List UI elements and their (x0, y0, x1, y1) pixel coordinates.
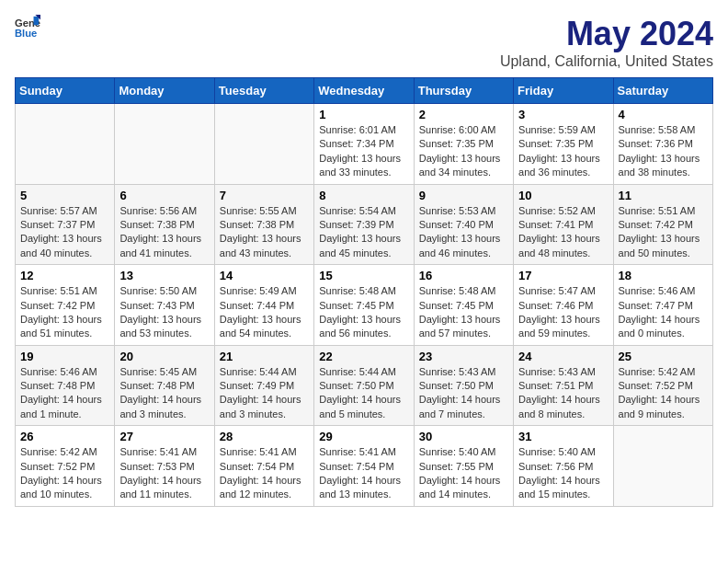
day-number: 15 (319, 269, 408, 282)
day-info: Sunrise: 5:44 AMSunset: 7:49 PMDaylight:… (220, 365, 309, 422)
day-info: Sunrise: 5:57 AMSunset: 7:37 PMDaylight:… (20, 204, 109, 261)
day-info: Sunrise: 5:46 AMSunset: 7:48 PMDaylight:… (20, 365, 109, 422)
calendar-week-row: 1Sunrise: 6:01 AMSunset: 7:34 PMDaylight… (16, 104, 713, 185)
day-info: Sunrise: 5:50 AMSunset: 7:43 PMDaylight:… (119, 284, 209, 341)
day-info: Sunrise: 5:53 AMSunset: 7:40 PMDaylight:… (419, 204, 508, 261)
day-number: 5 (20, 189, 109, 202)
day-info: Sunrise: 5:54 AMSunset: 7:39 PMDaylight:… (319, 204, 408, 261)
day-number: 9 (419, 189, 508, 202)
day-number: 1 (319, 108, 408, 121)
calendar-cell: 14Sunrise: 5:49 AMSunset: 7:44 PMDayligh… (214, 265, 313, 346)
calendar-cell: 18Sunrise: 5:46 AMSunset: 7:47 PMDayligh… (613, 265, 712, 346)
svg-text:Blue: Blue (15, 28, 37, 39)
logo: General Blue (15, 15, 40, 40)
page-header: General Blue May 2024 Upland, California… (15, 15, 713, 70)
day-info: Sunrise: 5:52 AMSunset: 7:41 PMDaylight:… (518, 204, 608, 261)
day-number: 11 (619, 189, 708, 202)
day-info: Sunrise: 5:42 AMSunset: 7:52 PMDaylight:… (619, 365, 708, 422)
calendar-table: SundayMondayTuesdayWednesdayThursdayFrid… (15, 77, 713, 507)
day-info: Sunrise: 5:48 AMSunset: 7:45 PMDaylight:… (319, 284, 408, 341)
day-info: Sunrise: 5:51 AMSunset: 7:42 PMDaylight:… (20, 284, 109, 341)
calendar-cell: 21Sunrise: 5:44 AMSunset: 7:49 PMDayligh… (214, 345, 313, 426)
day-of-week-header: Monday (115, 78, 214, 104)
day-info: Sunrise: 5:59 AMSunset: 7:35 PMDaylight:… (518, 123, 608, 180)
title-block: May 2024 Upland, California, United Stat… (500, 15, 713, 70)
calendar-cell: 30Sunrise: 5:40 AMSunset: 7:55 PMDayligh… (414, 426, 513, 507)
location-subtitle: Upland, California, United States (500, 53, 713, 70)
day-info: Sunrise: 5:40 AMSunset: 7:56 PMDaylight:… (518, 445, 608, 502)
day-number: 30 (419, 430, 508, 443)
day-number: 13 (119, 269, 209, 282)
calendar-cell: 7Sunrise: 5:55 AMSunset: 7:38 PMDaylight… (214, 184, 313, 265)
calendar-cell: 27Sunrise: 5:41 AMSunset: 7:53 PMDayligh… (115, 426, 214, 507)
calendar-cell: 25Sunrise: 5:42 AMSunset: 7:52 PMDayligh… (613, 345, 712, 426)
day-number: 14 (220, 269, 309, 282)
calendar-cell: 20Sunrise: 5:45 AMSunset: 7:48 PMDayligh… (115, 345, 214, 426)
calendar-cell: 4Sunrise: 5:58 AMSunset: 7:36 PMDaylight… (613, 104, 712, 185)
calendar-cell (115, 104, 214, 185)
day-info: Sunrise: 5:43 AMSunset: 7:51 PMDaylight:… (518, 365, 608, 422)
day-of-week-header: Thursday (414, 78, 513, 104)
day-info: Sunrise: 5:55 AMSunset: 7:38 PMDaylight:… (220, 204, 309, 261)
calendar-cell: 8Sunrise: 5:54 AMSunset: 7:39 PMDaylight… (314, 184, 414, 265)
day-number: 2 (419, 108, 508, 121)
day-info: Sunrise: 5:46 AMSunset: 7:47 PMDaylight:… (619, 284, 708, 341)
day-info: Sunrise: 5:58 AMSunset: 7:36 PMDaylight:… (619, 123, 708, 180)
day-info: Sunrise: 5:56 AMSunset: 7:38 PMDaylight:… (119, 204, 209, 261)
calendar-cell: 1Sunrise: 6:01 AMSunset: 7:34 PMDaylight… (314, 104, 414, 185)
calendar-cell: 6Sunrise: 5:56 AMSunset: 7:38 PMDaylight… (115, 184, 214, 265)
calendar-cell (613, 426, 712, 507)
day-number: 6 (119, 189, 209, 202)
day-number: 20 (119, 350, 209, 363)
month-title: May 2024 (500, 15, 713, 53)
logo-icon: General Blue (15, 15, 40, 40)
day-of-week-header: Saturday (613, 78, 712, 104)
calendar-cell: 13Sunrise: 5:50 AMSunset: 7:43 PMDayligh… (115, 265, 214, 346)
day-of-week-header: Friday (514, 78, 613, 104)
day-info: Sunrise: 5:47 AMSunset: 7:46 PMDaylight:… (518, 284, 608, 341)
day-number: 24 (518, 350, 608, 363)
day-number: 7 (220, 189, 309, 202)
day-info: Sunrise: 5:45 AMSunset: 7:48 PMDaylight:… (119, 365, 209, 422)
day-info: Sunrise: 5:51 AMSunset: 7:42 PMDaylight:… (619, 204, 708, 261)
calendar-week-row: 12Sunrise: 5:51 AMSunset: 7:42 PMDayligh… (16, 265, 713, 346)
calendar-cell: 19Sunrise: 5:46 AMSunset: 7:48 PMDayligh… (16, 345, 115, 426)
day-number: 4 (619, 108, 708, 121)
day-number: 25 (619, 350, 708, 363)
calendar-cell: 23Sunrise: 5:43 AMSunset: 7:50 PMDayligh… (414, 345, 513, 426)
day-number: 19 (20, 350, 109, 363)
day-number: 22 (319, 350, 408, 363)
calendar-cell: 10Sunrise: 5:52 AMSunset: 7:41 PMDayligh… (514, 184, 613, 265)
calendar-cell: 11Sunrise: 5:51 AMSunset: 7:42 PMDayligh… (613, 184, 712, 265)
calendar-cell: 2Sunrise: 6:00 AMSunset: 7:35 PMDaylight… (414, 104, 513, 185)
calendar-cell: 3Sunrise: 5:59 AMSunset: 7:35 PMDaylight… (514, 104, 613, 185)
calendar-cell: 26Sunrise: 5:42 AMSunset: 7:52 PMDayligh… (16, 426, 115, 507)
calendar-cell: 5Sunrise: 5:57 AMSunset: 7:37 PMDaylight… (16, 184, 115, 265)
day-number: 18 (619, 269, 708, 282)
day-info: Sunrise: 5:48 AMSunset: 7:45 PMDaylight:… (419, 284, 508, 341)
calendar-week-row: 5Sunrise: 5:57 AMSunset: 7:37 PMDaylight… (16, 184, 713, 265)
day-info: Sunrise: 5:49 AMSunset: 7:44 PMDaylight:… (220, 284, 309, 341)
calendar-cell: 31Sunrise: 5:40 AMSunset: 7:56 PMDayligh… (514, 426, 613, 507)
day-number: 8 (319, 189, 408, 202)
day-number: 12 (20, 269, 109, 282)
svg-marker-2 (34, 17, 40, 25)
calendar-cell: 16Sunrise: 5:48 AMSunset: 7:45 PMDayligh… (414, 265, 513, 346)
day-info: Sunrise: 5:42 AMSunset: 7:52 PMDaylight:… (20, 445, 109, 502)
day-number: 10 (518, 189, 608, 202)
calendar-cell: 28Sunrise: 5:41 AMSunset: 7:54 PMDayligh… (214, 426, 313, 507)
day-number: 31 (518, 430, 608, 443)
day-of-week-header: Sunday (16, 78, 115, 104)
calendar-cell (16, 104, 115, 185)
day-number: 17 (518, 269, 608, 282)
day-info: Sunrise: 5:41 AMSunset: 7:54 PMDaylight:… (319, 445, 408, 502)
calendar-cell (214, 104, 313, 185)
calendar-cell: 9Sunrise: 5:53 AMSunset: 7:40 PMDaylight… (414, 184, 513, 265)
day-info: Sunrise: 6:01 AMSunset: 7:34 PMDaylight:… (319, 123, 408, 180)
calendar-cell: 12Sunrise: 5:51 AMSunset: 7:42 PMDayligh… (16, 265, 115, 346)
calendar-week-row: 19Sunrise: 5:46 AMSunset: 7:48 PMDayligh… (16, 345, 713, 426)
day-number: 3 (518, 108, 608, 121)
calendar-cell: 15Sunrise: 5:48 AMSunset: 7:45 PMDayligh… (314, 265, 414, 346)
day-number: 16 (419, 269, 508, 282)
day-info: Sunrise: 5:43 AMSunset: 7:50 PMDaylight:… (419, 365, 508, 422)
